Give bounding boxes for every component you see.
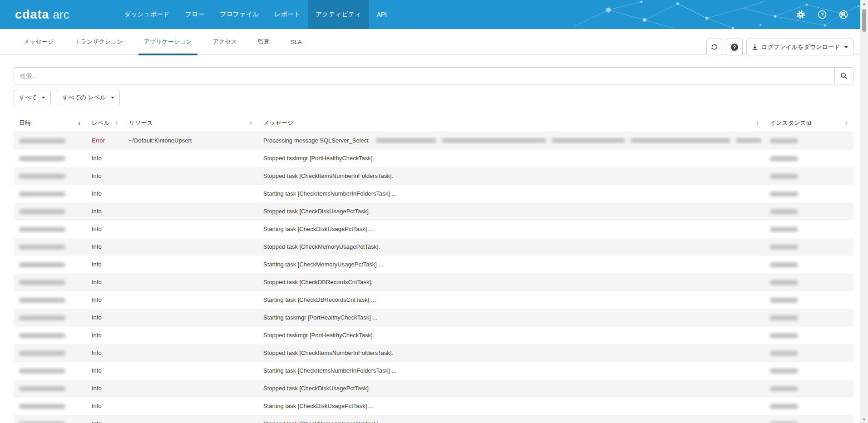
- cell-message: Stopped task [CheckMemoryUsagePctTask].: [258, 415, 764, 423]
- column-header-timestamp[interactable]: 日時▲▼: [14, 114, 86, 132]
- cell-level: Info: [86, 238, 123, 256]
- table-row[interactable]: InfoStopped taskmgr [PortHealthyCheckTas…: [14, 149, 853, 167]
- tab-messages[interactable]: メッセージ: [18, 29, 59, 55]
- sort-icon: ▲▼: [115, 121, 118, 125]
- cell-message: Processing message SQLServer_Select-: [258, 132, 764, 149]
- message-text: Stopped task [CheckItemsNumberInFoldersT…: [263, 349, 393, 356]
- cell-instance-id: [764, 362, 853, 379]
- cell-instance-id: [764, 256, 853, 273]
- scrollbar[interactable]: ▲ ▼: [860, 0, 868, 423]
- table-row[interactable]: InfoStarting task [CheckItemsNumberInFol…: [14, 362, 853, 379]
- cell-message: Stopped task [CheckDiskUsagePctTask].: [258, 202, 764, 220]
- help-icon[interactable]: ?: [818, 10, 827, 19]
- cell-message: Starting task [CheckItemsNumberInFolders…: [258, 362, 764, 379]
- tab-sla[interactable]: SLA: [285, 29, 307, 55]
- table-row[interactable]: InfoStopped task [CheckDiskUsagePctTask]…: [14, 202, 853, 220]
- column-header-level[interactable]: レベル▲▼: [86, 114, 123, 132]
- toolbar-help-button[interactable]: ?: [726, 39, 743, 55]
- table-row[interactable]: InfoStarting taskmgr [PortHealthyCheckTa…: [14, 309, 853, 326]
- table-row[interactable]: InfoStarting task [CheckItemsNumberInFol…: [14, 185, 853, 202]
- cell-instance-id: [764, 238, 853, 256]
- cell-resource: [123, 167, 258, 185]
- cell-timestamp: [14, 238, 86, 256]
- column-header-instance-id[interactable]: インスタンスId▲▼: [764, 114, 853, 132]
- nav-item-api[interactable]: API: [369, 0, 395, 29]
- tab-access[interactable]: アクセス: [207, 29, 242, 55]
- activity-tab-bar: メッセージトランザクションアプリケーションアクセス監査SLA ? ログファイルを…: [0, 29, 868, 55]
- cell-timestamp: [14, 273, 86, 291]
- filter-row: すべてすべての レベル: [14, 90, 853, 105]
- table-header-row: 日時▲▼レベル▲▼リソース▲▼メッセージ▲▼インスタンスId▲▼: [14, 114, 853, 132]
- header-icon-group: ?: [796, 0, 848, 29]
- nav-item-dashboard[interactable]: ダッシュボード: [117, 0, 178, 29]
- cell-timestamp: [14, 202, 86, 220]
- redacted-message-segment: [376, 138, 436, 143]
- cell-message: Stopped taskmgr [PortHealthyCheckTask].: [258, 326, 764, 344]
- redacted-instance-id: [770, 351, 798, 356]
- cell-message: Starting task [CheckDiskUsagePctTask] ..…: [258, 220, 764, 238]
- cell-level: Info: [86, 202, 123, 220]
- redacted-instance-id: [770, 174, 798, 179]
- search-icon: [840, 72, 848, 79]
- cell-resource: [123, 256, 258, 273]
- cell-message: Stopped taskmgr [PortHealthyCheckTask].: [258, 149, 764, 167]
- nav-item-profiles[interactable]: プロファイル: [212, 0, 266, 29]
- cell-instance-id: [764, 149, 853, 167]
- scroll-up-arrow[interactable]: ▲: [860, 0, 868, 7]
- table-row[interactable]: InfoStopped task [CheckDBRecordsCntTask]…: [14, 273, 853, 291]
- cell-instance-id: [764, 273, 853, 291]
- chevron-down-icon: [111, 97, 114, 98]
- cell-instance-id: [764, 291, 853, 309]
- redacted-timestamp: [19, 227, 65, 232]
- cell-timestamp: [14, 149, 86, 167]
- message-text: Starting task [CheckItemsNumberInFolders…: [263, 190, 396, 197]
- cell-timestamp: [14, 397, 86, 415]
- cell-resource: [123, 397, 258, 415]
- nav-item-reports[interactable]: レポート: [266, 0, 308, 29]
- cell-level: Error: [86, 132, 123, 149]
- tab-transactions[interactable]: トランザクション: [69, 29, 128, 55]
- table-row[interactable]: InfoStarting task [CheckMemoryUsagePctTa…: [14, 256, 853, 273]
- redacted-timestamp: [19, 192, 65, 197]
- filter-all-resources-dropdown[interactable]: すべて: [14, 90, 51, 105]
- redacted-instance-id: [770, 227, 798, 232]
- nav-item-flows[interactable]: フロー: [178, 0, 212, 29]
- search-button[interactable]: [834, 67, 853, 84]
- column-label: 日時: [19, 119, 31, 127]
- cell-timestamp: [14, 256, 86, 273]
- table-row[interactable]: InfoStopped task [CheckItemsNumberInFold…: [14, 167, 853, 185]
- search-input[interactable]: [14, 67, 834, 84]
- nav-item-activity[interactable]: アクティビティ: [308, 0, 369, 29]
- refresh-button[interactable]: [706, 39, 722, 55]
- cell-instance-id: [764, 167, 853, 185]
- download-logs-button[interactable]: ログファイルをダウンロード: [746, 39, 853, 55]
- table-row[interactable]: InfoStarting task [CheckDBRecordsCntTask…: [14, 291, 853, 309]
- column-header-message[interactable]: メッセージ▲▼: [258, 114, 764, 132]
- app-logo[interactable]: cdata arc: [15, 0, 69, 29]
- scroll-down-arrow[interactable]: ▼: [860, 416, 868, 423]
- cell-resource: [123, 415, 258, 423]
- account-icon[interactable]: [839, 10, 848, 19]
- redacted-instance-id: [770, 386, 798, 391]
- main-nav: ダッシュボードフロープロファイルレポートアクティビティAPI: [117, 0, 395, 29]
- table-row[interactable]: InfoStopped task [CheckMemoryUsagePctTas…: [14, 415, 853, 423]
- column-header-resource[interactable]: リソース▲▼: [123, 114, 258, 132]
- message-text: Stopped task [CheckDiskUsagePctTask].: [263, 208, 370, 215]
- scrollbar-thumb[interactable]: [862, 9, 866, 32]
- table-row[interactable]: InfoStarting task [CheckDiskUsagePctTask…: [14, 397, 853, 415]
- table-row[interactable]: InfoStopped task [CheckMemoryUsagePctTas…: [14, 238, 853, 256]
- redacted-timestamp: [19, 209, 65, 214]
- table-row[interactable]: InfoStarting task [CheckDiskUsagePctTask…: [14, 220, 853, 238]
- table-row[interactable]: InfoStopped taskmgr [PortHealthyCheckTas…: [14, 326, 853, 344]
- cell-resource: [123, 309, 258, 326]
- message-text: Stopped task [CheckMemoryUsagePctTask].: [263, 243, 380, 250]
- tab-application[interactable]: アプリケーション: [138, 29, 197, 55]
- cell-instance-id: [764, 344, 853, 362]
- table-row[interactable]: InfoStopped task [CheckItemsNumberInFold…: [14, 344, 853, 362]
- redacted-timestamp: [19, 280, 65, 285]
- filter-all-levels-dropdown[interactable]: すべての レベル: [57, 90, 120, 105]
- tab-audit[interactable]: 監査: [252, 29, 275, 55]
- table-row[interactable]: InfoStopped task [CheckDiskUsagePctTask]…: [14, 379, 853, 397]
- table-row[interactable]: Error~/Default:KintoneUpsertProcessing m…: [14, 132, 853, 149]
- settings-gear-icon[interactable]: [796, 10, 805, 19]
